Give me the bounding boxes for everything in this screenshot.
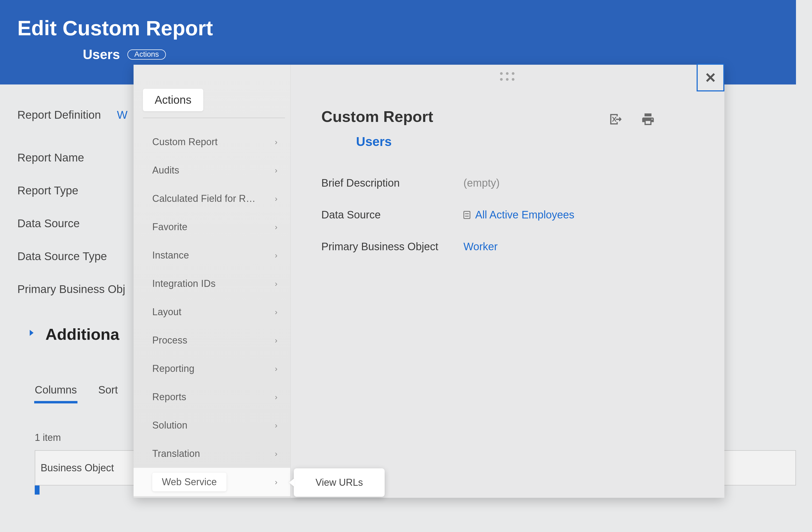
actions-pane-title: Actions [143,89,203,111]
chevron-right-icon: › [275,251,277,260]
chevron-right-icon: › [275,477,277,487]
detail-value-pbo[interactable]: Worker [463,241,498,253]
detail-value-data-source[interactable]: All Active Employees [463,209,574,221]
export-excel-icon[interactable] [608,112,622,126]
page-title: Edit Custom Report [17,16,213,40]
detail-value-empty: (empty) [463,177,500,189]
tab-report-definition[interactable]: Report Definition [17,109,101,121]
detail-title: Custom Report [321,108,433,125]
actions-item-label: Web Service [152,473,227,491]
actions-item-process[interactable]: Process › [133,326,290,354]
actions-item-label: Solution [152,420,188,431]
submenu-item-view-urls[interactable]: View URLs [316,477,363,488]
field-label-primary-business-object: Primary Business Obj [17,283,125,296]
chevron-right-icon: › [275,194,277,203]
actions-item-translation[interactable]: Translation › [133,439,290,468]
data-source-icon [463,211,470,219]
detail-row-primary-business-object: Primary Business Object Worker [321,241,574,253]
actions-item-label-text: Web Service [162,476,217,487]
submenu-web-service: View URLs [294,468,385,497]
header-actions-chip[interactable]: Actions [127,50,166,60]
detail-subtitle[interactable]: Users [356,134,392,149]
tab-columns[interactable]: Columns [35,384,77,402]
actions-item-layout[interactable]: Layout › [133,298,290,326]
inner-tab-row: Columns Sort [35,384,118,402]
detail-toolbar [608,112,655,126]
actions-item-label: Favorite [152,221,188,233]
chevron-right-icon: › [275,364,277,373]
actions-item-label: Calculated Field for Re… [152,193,259,204]
table-row-marker [35,486,40,494]
actions-pane: Actions Custom Report › Audits › Calcula… [133,65,291,498]
definition-tab-row: Report Definition W [17,109,127,121]
actions-item-label: Integration IDs [152,278,216,289]
actions-item-label: Instance [152,250,189,261]
actions-item-label: Translation [152,448,200,459]
chevron-right-icon: › [275,137,277,146]
detail-key: Brief Description [321,177,453,189]
header-subtitle-wrap: Users Actions [83,47,166,62]
detail-pane: Custom Report Users Brief Description (e… [291,65,724,498]
actions-item-web-service[interactable]: Web Service › [133,468,290,496]
print-icon[interactable] [641,112,655,126]
actions-item-favorite[interactable]: Favorite › [133,213,290,241]
detail-row-data-source: Data Source All Active Employees [321,209,574,221]
report-name-subtitle: Users [83,47,120,62]
detail-row-brief-description: Brief Description (empty) [321,177,574,189]
close-button[interactable] [697,64,724,92]
chevron-right-icon: › [275,336,277,345]
chevron-right-icon: › [275,307,277,317]
chevron-right-icon: › [275,449,277,458]
actions-item-label: Custom Report [152,136,218,148]
field-label-report-type: Report Type [17,184,125,197]
drag-handle-icon[interactable] [500,72,515,81]
additional-info-heading: Additiona [45,325,119,344]
field-label-data-source: Data Source [17,217,125,230]
chevron-right-icon [27,328,36,339]
tab-sort[interactable]: Sort [98,384,118,402]
close-icon [705,72,716,83]
actions-popover: Actions Custom Report › Audits › Calcula… [133,65,724,498]
actions-item-audits[interactable]: Audits › [133,156,290,184]
actions-item-calculated-field[interactable]: Calculated Field for Re… › [133,184,290,213]
actions-list: Custom Report › Audits › Calculated Fiel… [133,128,290,496]
actions-item-reports[interactable]: Reports › [133,383,290,411]
actions-item-label: Reports [152,391,186,403]
actions-item-solution[interactable]: Solution › [133,411,290,439]
actions-item-label: Audits [152,165,179,176]
detail-key: Primary Business Object [321,241,453,253]
definition-fields: Report Name Report Type Data Source Data… [17,151,125,296]
tab-second[interactable]: W [117,109,128,121]
detail-value-text: All Active Employees [475,209,574,221]
actions-item-label: Process [152,335,187,346]
actions-item-custom-report[interactable]: Custom Report › [133,128,290,156]
chevron-right-icon: › [275,392,277,402]
chevron-right-icon: › [275,166,277,175]
detail-rows: Brief Description (empty) Data Source Al… [321,177,574,253]
actions-item-reporting[interactable]: Reporting › [133,354,290,383]
chevron-right-icon: › [275,421,277,430]
actions-separator [143,117,285,118]
actions-item-label: Layout [152,306,182,318]
actions-item-instance[interactable]: Instance › [133,241,290,269]
chevron-right-icon: › [275,222,277,232]
item-count: 1 item [35,432,61,443]
actions-item-integration-ids[interactable]: Integration IDs › [133,269,290,298]
actions-item-label: Reporting [152,363,194,374]
additional-info-header[interactable]: Additiona [27,325,119,344]
detail-key: Data Source [321,209,453,221]
field-label-report-name: Report Name [17,151,125,164]
chevron-right-icon: › [275,279,277,288]
field-label-data-source-type: Data Source Type [17,250,125,263]
